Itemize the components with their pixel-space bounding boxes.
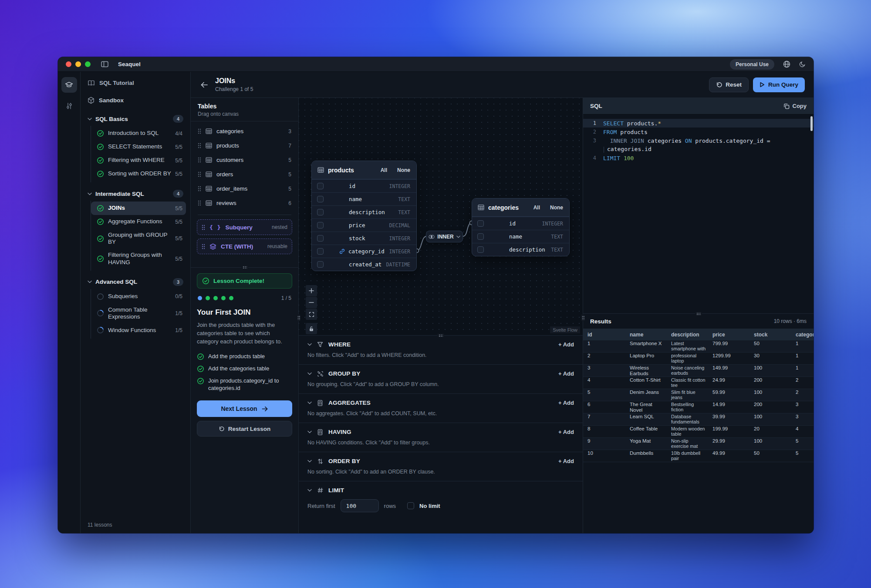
sidebar-item-sorting-with-order-by[interactable]: Sorting with ORDER BY5/5 xyxy=(91,167,186,181)
sidebar-item-aggregate-functions[interactable]: Aggregate Functions5/5 xyxy=(91,215,186,228)
code-line[interactable]: 1SELECT products.* xyxy=(583,119,814,128)
drag-handle-icon[interactable] xyxy=(198,200,201,206)
column-checkbox[interactable] xyxy=(477,220,484,227)
column-checkbox[interactable] xyxy=(477,233,484,240)
column-checkbox[interactable] xyxy=(317,261,324,268)
sidebar-item-joins[interactable]: JOINs5/5 xyxy=(91,202,186,215)
sidebar-item-sql-tutorial[interactable]: SQL Tutorial xyxy=(81,76,190,90)
column-checkbox[interactable] xyxy=(317,209,324,215)
drag-handle-icon[interactable] xyxy=(202,244,205,249)
sidebar-item-filtering-with-where[interactable]: Filtering with WHERE5/5 xyxy=(91,154,186,167)
column-row-description[interactable]: descriptionTEXT xyxy=(472,243,569,256)
chevron-down-icon[interactable] xyxy=(307,372,312,375)
sql-editor[interactable]: 1SELECT products.*2FROM products3 INNER … xyxy=(583,114,814,313)
zoom-in-button[interactable] xyxy=(306,285,317,296)
add-having-button[interactable]: + Add xyxy=(558,429,574,435)
column-checkbox[interactable] xyxy=(317,248,324,255)
drag-handle-icon[interactable] xyxy=(198,143,201,148)
sidebar-item-introduction-to-sql[interactable]: Introduction to SQL4/4 xyxy=(91,127,186,140)
chevron-down-icon[interactable] xyxy=(307,430,312,433)
moon-icon[interactable] xyxy=(799,61,806,67)
code-line[interactable]: 4LIMIT 100 xyxy=(583,154,814,162)
drag-handle-icon[interactable] xyxy=(198,128,201,134)
column-row-price[interactable]: priceDECIMAL xyxy=(312,218,416,232)
column-row-id[interactable]: idINTEGER xyxy=(312,179,416,192)
drag-handle-icon[interactable] xyxy=(198,157,201,163)
code-line[interactable]: 2FROM products xyxy=(583,128,814,136)
panel-resize-handle[interactable] xyxy=(695,312,702,316)
chevron-down-icon[interactable] xyxy=(307,460,312,463)
no-limit-checkbox[interactable] xyxy=(407,502,414,509)
fit-view-button[interactable] xyxy=(306,309,317,320)
column-checkbox[interactable] xyxy=(317,196,324,202)
table-list-item-categories[interactable]: categories3 xyxy=(191,124,298,138)
limit-value-input[interactable] xyxy=(341,499,379,512)
table-node-categories[interactable]: categoriesAllNoneidINTEGERnameTEXTdescri… xyxy=(472,198,570,256)
run-query-button[interactable]: Run Query xyxy=(753,77,805,92)
code-line[interactable]: categories.id xyxy=(583,145,814,154)
copy-sql-button[interactable]: Copy xyxy=(783,103,807,109)
select-all-button[interactable]: All xyxy=(533,205,540,211)
join-type-selector[interactable]: INNER xyxy=(426,231,463,242)
sidebar-section-header[interactable]: SQL Basics4 xyxy=(81,111,190,126)
column-row-id[interactable]: idINTEGER xyxy=(472,217,569,230)
close-window-button[interactable] xyxy=(66,61,71,67)
sidebar-item-filtering-groups-with-having[interactable]: Filtering Groups with HAVING5/5 xyxy=(91,249,186,269)
special-item-cte-with-[interactable]: CTE (WITH)reusable xyxy=(197,239,292,254)
minimize-window-button[interactable] xyxy=(75,61,81,67)
panel-resize-handle[interactable] xyxy=(437,333,444,337)
zoom-out-button[interactable] xyxy=(306,297,317,308)
chevron-down-icon[interactable] xyxy=(307,401,312,404)
results-column-header[interactable]: description xyxy=(667,329,708,340)
special-item-subquery[interactable]: { }Subquerynested xyxy=(197,219,292,235)
results-column-header[interactable]: price xyxy=(708,329,749,340)
scrollbar-thumb[interactable] xyxy=(810,116,813,131)
next-lesson-button[interactable]: Next Lesson xyxy=(197,400,292,417)
results-column-header[interactable]: name xyxy=(625,329,667,340)
drag-handle-icon[interactable] xyxy=(198,171,201,177)
svelte-flow-attribution[interactable]: Svelte Flow xyxy=(550,326,580,333)
panel-resize-handle[interactable] xyxy=(241,265,248,269)
add-order-by-button[interactable]: + Add xyxy=(558,458,574,464)
column-row-created_at[interactable]: created_atDATETIME xyxy=(312,258,416,271)
restart-lesson-button[interactable]: Restart Lesson xyxy=(197,421,292,437)
drag-handle-icon[interactable] xyxy=(198,186,201,192)
sidebar-item-select-statements[interactable]: SELECT Statements5/5 xyxy=(91,140,186,154)
query-canvas[interactable]: productsAllNoneidINTEGERnameTEXTdescript… xyxy=(299,98,583,335)
select-none-button[interactable]: None xyxy=(397,167,410,173)
zoom-window-button[interactable] xyxy=(85,61,91,67)
column-row-name[interactable]: nameTEXT xyxy=(312,192,416,205)
select-none-button[interactable]: None xyxy=(550,205,563,211)
reset-button[interactable]: Reset xyxy=(709,77,749,92)
table-list-item-reviews[interactable]: reviews6 xyxy=(191,196,298,210)
table-list-item-order_items[interactable]: order_items5 xyxy=(191,181,298,196)
sidebar-item-subqueries[interactable]: Subqueries0/5 xyxy=(91,290,186,303)
lock-button[interactable] xyxy=(306,323,317,334)
column-row-category_id[interactable]: category_idINTEGER xyxy=(312,245,416,258)
panel-resize-handle[interactable] xyxy=(297,314,300,321)
sidebar-toggle-icon[interactable] xyxy=(101,61,108,67)
sidebar-item-sandbox[interactable]: Sandbox xyxy=(81,93,190,108)
results-column-header[interactable]: id xyxy=(583,329,625,340)
column-checkbox[interactable] xyxy=(317,235,324,242)
settings-rail-button[interactable] xyxy=(61,98,77,114)
sidebar-item-common-table-expressions[interactable]: Common Table Expressions1/5 xyxy=(91,303,186,323)
table-list-item-orders[interactable]: orders5 xyxy=(191,167,298,181)
results-column-header[interactable]: category_id xyxy=(791,329,814,340)
column-row-name[interactable]: nameTEXT xyxy=(472,230,569,243)
table-list-item-customers[interactable]: customers5 xyxy=(191,153,298,167)
add-aggregates-button[interactable]: + Add xyxy=(558,400,574,406)
panel-resize-handle[interactable] xyxy=(581,314,585,321)
column-checkbox[interactable] xyxy=(317,222,324,228)
table-node-products[interactable]: productsAllNoneidINTEGERnameTEXTdescript… xyxy=(311,161,417,271)
sidebar-section-header[interactable]: Intermediate SQL4 xyxy=(81,186,190,201)
select-all-button[interactable]: All xyxy=(381,167,387,173)
chevron-down-icon[interactable] xyxy=(307,489,312,492)
add-group-by-button[interactable]: + Add xyxy=(558,370,574,377)
globe-icon[interactable] xyxy=(783,60,790,68)
sidebar-section-header[interactable]: Advanced SQL3 xyxy=(81,274,190,289)
column-row-stock[interactable]: stockINTEGER xyxy=(312,232,416,245)
tutorial-mode-button[interactable] xyxy=(61,77,77,93)
sidebar-item-window-functions[interactable]: Window Functions1/5 xyxy=(91,323,186,337)
sidebar-item-grouping-with-group-by[interactable]: Grouping with GROUP BY5/5 xyxy=(91,228,186,249)
